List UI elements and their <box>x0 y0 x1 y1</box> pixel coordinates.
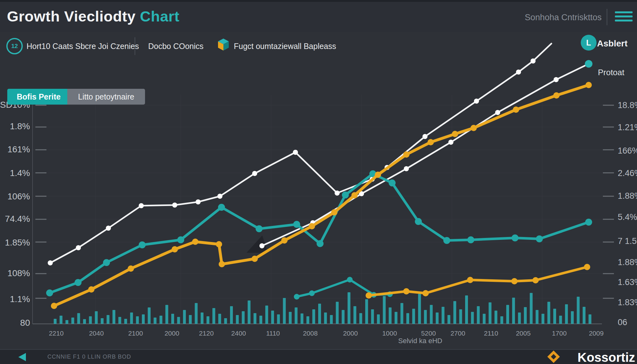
svg-text:06: 06 <box>618 318 627 327</box>
header-subtitle: Sonhoha Cntriskttos <box>525 13 602 22</box>
svg-text:2005: 2005 <box>516 330 531 337</box>
page-title-accent: Chart <box>140 8 179 25</box>
svg-text:2009: 2009 <box>589 330 604 337</box>
app-header: Growth Viecliodty Chart Sonhoha Cntriskt… <box>0 0 637 32</box>
svg-text:1.1%: 1.1% <box>10 294 30 304</box>
brand-logo-text: Kossortiz <box>578 350 635 364</box>
svg-text:1.4%: 1.4% <box>10 168 30 178</box>
subheader-item-2: Docbo COonics <box>148 42 203 51</box>
svg-text:106%: 106% <box>7 191 30 201</box>
svg-text:5.4%: 5.4% <box>618 212 637 222</box>
svg-text:1.88%: 1.88% <box>618 258 637 267</box>
svg-text:1.85%: 1.85% <box>5 238 30 247</box>
svg-text:2120: 2120 <box>199 330 214 337</box>
badge-circle-glyph: 12 <box>11 43 18 50</box>
user-avatar[interactable]: L <box>581 35 597 51</box>
svg-text:2000: 2000 <box>165 330 179 337</box>
svg-text:2.46%: 2.46% <box>618 168 637 178</box>
svg-text:1110: 1110 <box>266 330 280 337</box>
svg-text:74.4%: 74.4% <box>5 214 30 224</box>
svg-text:1.63%: 1.63% <box>618 277 637 287</box>
badge-circle-icon[interactable]: 12 <box>6 38 23 54</box>
line-series-toggle-button[interactable]: Litto petoytnaire <box>67 89 145 105</box>
svg-text:1.88%: 1.88% <box>618 191 637 201</box>
svg-text:1.8%: 1.8% <box>10 121 30 131</box>
page-title-main: Growth Viecliodty <box>7 8 136 25</box>
svg-text:2210: 2210 <box>49 330 64 337</box>
svg-text:108%: 108% <box>7 268 30 278</box>
subheader-item-1: Hort10 Caats Sbcre Joi Czenies <box>27 42 139 51</box>
svg-text:2110: 2110 <box>484 330 498 337</box>
svg-text:80: 80 <box>20 318 30 328</box>
svg-text:1000: 1000 <box>382 330 397 337</box>
cube-icon <box>217 38 229 52</box>
svg-text:161%: 161% <box>7 144 30 154</box>
hamburger-menu-icon[interactable] <box>615 11 633 24</box>
svg-text:2040: 2040 <box>89 330 104 337</box>
svg-text:2700: 2700 <box>451 330 465 337</box>
page-title: Growth Viecliodty Chart <box>7 8 179 25</box>
bar-series-toggle-button[interactable]: Bofis Perite <box>7 89 70 105</box>
subheader-bar: 12 Hort10 Caats Sbcre Joi Czenies Docbo … <box>0 30 637 63</box>
svg-text:1.83%: 1.83% <box>618 298 637 307</box>
avatar-letter: L <box>586 38 591 47</box>
svg-text:1700: 1700 <box>552 330 567 337</box>
footer-status-text: CCNNIE F1 0 LLIN ORB BOD <box>47 354 131 360</box>
footer-bar: CCNNIE F1 0 LLIN ORB BOD Kossortiz <box>0 349 637 364</box>
svg-text:2100: 2100 <box>128 330 143 337</box>
svg-text:2400: 2400 <box>231 330 246 337</box>
back-arrow-icon[interactable] <box>18 353 26 361</box>
svg-text:1.21%: 1.21% <box>618 123 637 132</box>
svg-text:7 1.5%: 7 1.5% <box>618 236 637 246</box>
header-divider <box>607 9 607 25</box>
brand-diamond-icon <box>547 350 560 363</box>
tab-protoat[interactable]: Protoat <box>598 68 624 77</box>
svg-text:18.8%: 18.8% <box>618 100 637 110</box>
svg-text:2000: 2000 <box>343 330 358 337</box>
svg-text:2008: 2008 <box>303 330 318 337</box>
svg-text:5200: 5200 <box>421 330 436 337</box>
svg-text:Selvid ka eHD: Selvid ka eHD <box>398 337 442 345</box>
subheader-divider <box>135 37 135 55</box>
subheader-item-3: Fugct oumtaziewall Bapleass <box>234 42 336 51</box>
user-name: Asblert <box>597 39 628 49</box>
svg-text:166%: 166% <box>618 146 637 155</box>
